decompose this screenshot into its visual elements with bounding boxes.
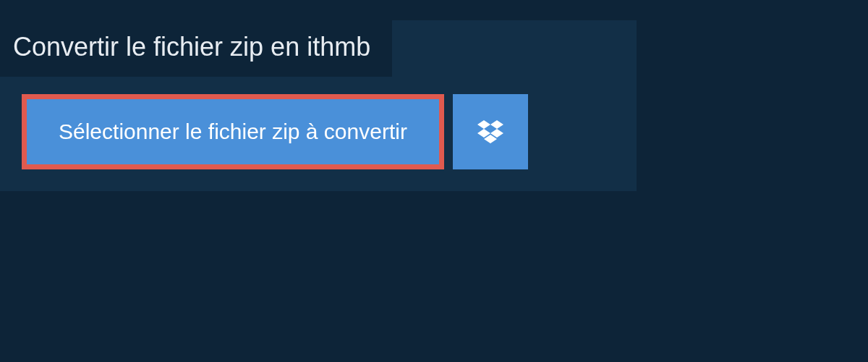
select-file-button[interactable]: Sélectionner le fichier zip à convertir (22, 94, 444, 169)
select-file-label: Sélectionner le fichier zip à convertir (59, 119, 407, 144)
dropbox-button[interactable] (453, 94, 528, 169)
button-row: Sélectionner le fichier zip à convertir (0, 77, 637, 169)
converter-panel: Convertir le fichier zip en ithmb Sélect… (0, 20, 637, 191)
dropbox-icon (477, 120, 503, 143)
page-title: Convertir le fichier zip en ithmb (0, 20, 392, 77)
